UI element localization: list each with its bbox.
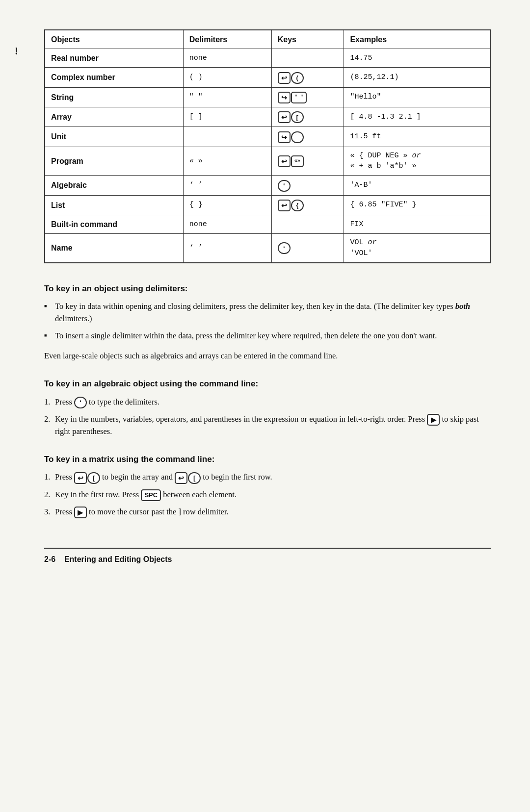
table-row: Algebraic ‘ ’ ‘ 'A-B' — [45, 176, 490, 195]
example-value: 14.75 — [344, 49, 490, 68]
bullet-item: To insert a single delimiter within the … — [44, 330, 491, 342]
object-name: List — [45, 195, 183, 215]
angle-key: «» — [291, 155, 304, 167]
delimiter-value: _ — [183, 127, 271, 147]
footer-title: Entering and Editing Objects — [64, 555, 172, 563]
delimiter-value: ‘ ’ — [183, 176, 271, 195]
delimiter-value: « » — [183, 147, 271, 176]
table-row: List { } ↩ { { 6.85 "FIVE" } — [45, 195, 490, 215]
bullet-item: To key in data within opening and closin… — [44, 301, 491, 325]
example-value: 11.5_ft — [344, 127, 490, 147]
keys-cell: ↪ _ — [271, 127, 344, 147]
delimiter-value: ( ) — [183, 68, 271, 87]
right-arrow-key: ↪ — [278, 92, 291, 103]
section3-heading: To key in a matrix using the command lin… — [44, 454, 491, 466]
example-value: FIX — [344, 215, 490, 233]
object-name: Real number — [45, 49, 183, 68]
table-row: Built-in command none FIX — [45, 215, 490, 233]
section3-steps: 1. Press ↩[ to begin the array and ↩[ to… — [44, 471, 491, 518]
keys-cell: ↩ [ — [271, 107, 344, 127]
enter-key: ↩ — [278, 72, 291, 84]
table-row: String " " ↪ " " "Hello" — [45, 87, 490, 107]
tick-key2: ‘ — [278, 242, 291, 254]
example-value: "Hello" — [344, 87, 490, 107]
enter-key: ↩ — [278, 200, 291, 211]
numbered-item: 1. Press ↩[ to begin the array and ↩[ to… — [44, 471, 491, 483]
example-value: VOL or 'VOL' — [344, 234, 490, 263]
enter-key: ↩ — [278, 155, 291, 167]
delimiter-value: " " — [183, 87, 271, 107]
keys-cell — [271, 49, 344, 68]
bracket-key: [ — [291, 111, 304, 123]
step-number: 2. — [44, 489, 50, 501]
col-header-delimiters: Delimiters — [183, 30, 271, 49]
enter-key-inline2: ↩ — [175, 472, 187, 484]
bracket-key-inline1: [ — [87, 472, 100, 484]
object-name: Complex number — [45, 68, 183, 87]
object-name: String — [45, 87, 183, 107]
numbered-item: 1. Press ‘ to type the delimiters. — [44, 396, 491, 408]
col-header-examples: Examples — [344, 30, 490, 49]
delimiter-value: [ ] — [183, 107, 271, 127]
table-row: Unit _ ↪ _ 11.5_ft — [45, 127, 490, 147]
step-number: 3. — [44, 506, 50, 518]
step-number: 1. — [44, 471, 50, 483]
right-arrow-inline2: ▶ — [74, 507, 87, 518]
delimiter-value: { } — [183, 195, 271, 215]
table-row: Program « » ↩ «» « { DUP NEG » or « + a … — [45, 147, 490, 176]
underscore-key: _ — [291, 131, 304, 143]
object-name: Built-in command — [45, 215, 183, 233]
brace-key: { — [291, 200, 304, 211]
dblquote-key: " " — [291, 92, 307, 103]
object-name: Name — [45, 234, 183, 263]
right-arrow-key: ↪ — [278, 131, 291, 143]
page-footer: 2-6 Entering and Editing Objects — [44, 548, 491, 565]
col-header-objects: Objects — [45, 30, 183, 49]
objects-table: Objects Delimiters Keys Examples Real nu… — [44, 29, 491, 263]
keys-cell: ‘ — [271, 234, 344, 263]
numbered-item: 3. Press ▶ to move the cursor past the ]… — [44, 506, 491, 518]
right-arrow-inline: ▶ — [427, 414, 440, 426]
table-row: Complex number ( ) ↩ ( (8.25,12.1) — [45, 68, 490, 87]
open-paren-key: ( — [291, 72, 304, 84]
tick-key: ‘ — [278, 180, 291, 192]
bracket-key-inline2: [ — [188, 472, 201, 484]
page-marker: ! — [15, 44, 18, 58]
example-value: { 6.85 "FIVE" } — [344, 195, 490, 215]
example-value: [ 4.8 -1.3 2.1 ] — [344, 107, 490, 127]
example-value: 'A-B' — [344, 176, 490, 195]
keys-cell: ↩ { — [271, 195, 344, 215]
object-name: Array — [45, 107, 183, 127]
example-value: « { DUP NEG » or « + a b 'a*b' » — [344, 147, 490, 176]
numbered-item: 2. Key in the numbers, variables, operat… — [44, 413, 491, 438]
section2-steps: 1. Press ‘ to type the delimiters. 2. Ke… — [44, 396, 491, 438]
object-name: Unit — [45, 127, 183, 147]
delimiter-value: none — [183, 49, 271, 68]
keys-cell: ↩ ( — [271, 68, 344, 87]
keys-cell: ↪ " " — [271, 87, 344, 107]
table-row: Name ‘ ’ ‘ VOL or 'VOL' — [45, 234, 490, 263]
section2-heading: To key in an algebraic object using the … — [44, 378, 491, 390]
table-row: Real number none 14.75 — [45, 49, 490, 68]
enter-key: ↩ — [278, 111, 291, 123]
spc-key: SPC — [141, 489, 161, 501]
section1-heading: To key in an object using delimiters: — [44, 283, 491, 295]
keys-cell: ↩ «» — [271, 147, 344, 176]
section1-para: Even large-scale objects such as algebra… — [44, 350, 491, 362]
delimiter-value: ‘ ’ — [183, 234, 271, 263]
example-value: (8.25,12.1) — [344, 68, 490, 87]
keys-cell: ‘ — [271, 176, 344, 195]
table-row: Array [ ] ↩ [ [ 4.8 -1.3 2.1 ] — [45, 107, 490, 127]
tick-key-inline: ‘ — [74, 397, 87, 408]
step-number: 1. — [44, 396, 50, 408]
footer-page-ref: 2-6 — [44, 555, 55, 563]
col-header-keys: Keys — [271, 30, 344, 49]
object-name: Algebraic — [45, 176, 183, 195]
section1-bullets: To key in data within opening and closin… — [44, 301, 491, 342]
enter-key-inline1: ↩ — [74, 472, 87, 484]
numbered-item: 2. Key in the first row. Press SPC betwe… — [44, 489, 491, 501]
keys-cell — [271, 215, 344, 233]
delimiter-value: none — [183, 215, 271, 233]
step-number: 2. — [44, 413, 50, 426]
object-name: Program — [45, 147, 183, 176]
